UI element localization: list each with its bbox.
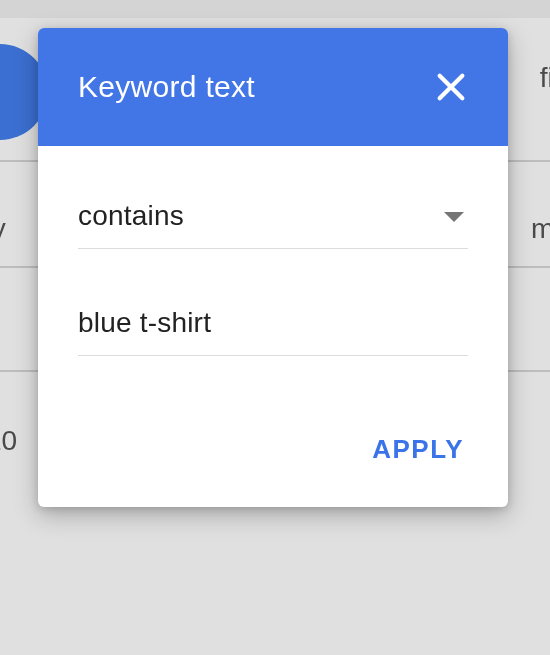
dialog-body: contains blue t-shirt — [38, 146, 508, 356]
bg-text-fragment: hly — [0, 213, 6, 245]
bg-toolbar-strip — [0, 0, 550, 18]
apply-button[interactable]: APPLY — [366, 426, 470, 473]
dialog-header: Keyword text — [38, 28, 508, 146]
bg-text-fragment: mp — [531, 213, 550, 245]
keyword-value-input[interactable]: blue t-shirt — [78, 293, 468, 356]
close-button[interactable] — [428, 64, 474, 110]
operator-dropdown[interactable]: contains — [78, 186, 468, 249]
close-icon — [434, 70, 468, 104]
chevron-down-icon — [444, 212, 464, 222]
dialog-actions: APPLY — [38, 386, 508, 507]
dialog-title: Keyword text — [78, 70, 255, 104]
bg-text-fragment: fil — [540, 62, 550, 94]
bg-text-fragment: 10 — [0, 425, 17, 457]
keyword-filter-dialog: Keyword text contains blue t-shirt APPLY — [38, 28, 508, 507]
keyword-value-text: blue t-shirt — [78, 307, 211, 338]
operator-selected-value: contains — [78, 200, 184, 231]
